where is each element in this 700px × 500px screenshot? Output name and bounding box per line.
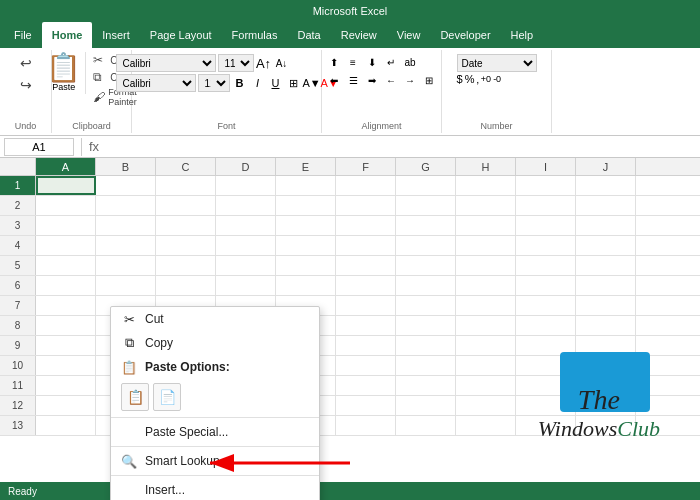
col-header-g[interactable]: G <box>396 158 456 175</box>
cell-a1[interactable] <box>36 176 96 195</box>
number-format-select[interactable]: Date <box>457 54 537 72</box>
comma-button[interactable]: ‚ <box>476 73 478 85</box>
cell-g1[interactable] <box>396 176 456 195</box>
tab-page-layout[interactable]: Page Layout <box>140 22 222 48</box>
cell-b1[interactable] <box>96 176 156 195</box>
font-group-label: Font <box>217 121 235 131</box>
formula-input[interactable] <box>103 141 696 153</box>
paste-button[interactable]: 📋 Paste <box>42 52 86 94</box>
increase-decimal-button[interactable]: +0 <box>481 74 491 84</box>
title-bar-title: Microsoft Excel <box>8 5 692 17</box>
font-size-select2[interactable]: 11 <box>198 74 230 92</box>
name-box[interactable] <box>4 138 74 156</box>
currency-button[interactable]: $ <box>457 73 463 85</box>
align-top-button[interactable]: ⬆ <box>325 54 343 70</box>
paste-opt-formatting-button[interactable]: 📄 <box>153 383 181 411</box>
tab-developer[interactable]: Developer <box>430 22 500 48</box>
tab-review[interactable]: Review <box>331 22 387 48</box>
table-row: 3 <box>0 216 700 236</box>
col-header-e[interactable]: E <box>276 158 336 175</box>
col-header-j[interactable]: J <box>576 158 636 175</box>
cell-h1[interactable] <box>456 176 516 195</box>
table-row: 4 <box>0 236 700 256</box>
undo-group-label: Undo <box>15 121 37 131</box>
col-header-h[interactable]: H <box>456 158 516 175</box>
bold-button[interactable]: B <box>232 75 248 91</box>
increase-font-button[interactable]: A↑ <box>256 55 272 71</box>
font-name-select2[interactable]: Calibri <box>116 74 196 92</box>
insert-ctx-icon <box>121 482 137 498</box>
align-left-button[interactable]: ⬅ <box>325 72 343 88</box>
border-button[interactable]: ⊞ <box>286 75 302 91</box>
tab-formulas[interactable]: Formulas <box>222 22 288 48</box>
table-row: 6 <box>0 276 700 296</box>
fx-label[interactable]: fx <box>89 139 99 154</box>
table-row: 2 <box>0 196 700 216</box>
indent-increase-button[interactable]: → <box>401 72 419 88</box>
title-bar: Microsoft Excel <box>0 0 700 22</box>
tab-insert[interactable]: Insert <box>92 22 140 48</box>
align-bottom-button[interactable]: ⬇ <box>363 54 381 70</box>
smart-lookup-icon: 🔍 <box>121 453 137 469</box>
cell-c1[interactable] <box>156 176 216 195</box>
row-num-8: 8 <box>0 316 36 335</box>
percent-button[interactable]: % <box>465 73 475 85</box>
alignment-group-label: Alignment <box>361 121 401 131</box>
clipboard-group-label: Clipboard <box>72 121 111 131</box>
context-menu-cut[interactable]: ✂ Cut <box>111 307 319 331</box>
tab-file[interactable]: File <box>4 22 42 48</box>
context-menu-paste-special[interactable]: Paste Special... <box>111 420 319 444</box>
align-right-button[interactable]: ➡ <box>363 72 381 88</box>
tab-view[interactable]: View <box>387 22 431 48</box>
col-header-c[interactable]: C <box>156 158 216 175</box>
paste-special-label: Paste Special... <box>145 425 309 439</box>
context-menu-copy[interactable]: ⧉ Copy <box>111 331 319 355</box>
row-num-10: 10 <box>0 356 36 375</box>
formula-bar: fx <box>0 136 700 158</box>
decrease-font-button[interactable]: A↓ <box>274 55 290 71</box>
fill-color-button[interactable]: A▼ <box>304 75 320 91</box>
col-header-b[interactable]: B <box>96 158 156 175</box>
cell-i1[interactable] <box>516 176 576 195</box>
undo-button[interactable]: ↩ <box>14 52 38 74</box>
paste-options-icon: 📋 <box>121 359 137 375</box>
row-num-3: 3 <box>0 216 36 235</box>
font-name-select[interactable]: Calibri <box>116 54 216 72</box>
tab-help[interactable]: Help <box>501 22 544 48</box>
cell-j1[interactable] <box>576 176 636 195</box>
tab-data[interactable]: Data <box>287 22 330 48</box>
status-ready: Ready <box>8 486 37 497</box>
main-area: A B C D E F G H I J 1 <box>0 158 700 482</box>
row-num-13: 13 <box>0 416 36 435</box>
cell-d1[interactable] <box>216 176 276 195</box>
cell-e1[interactable] <box>276 176 336 195</box>
col-header-d[interactable]: D <box>216 158 276 175</box>
cell-f1[interactable] <box>336 176 396 195</box>
ribbon-group-font: Calibri 11 A↑ A↓ Calibri 11 B I U ⊞ A <box>132 50 322 133</box>
align-center-button[interactable]: ☰ <box>344 72 362 88</box>
table-row: 5 <box>0 256 700 276</box>
col-header-f[interactable]: F <box>336 158 396 175</box>
watermark: The WindowsClub <box>538 384 660 442</box>
wrap-text-button[interactable]: ↵ <box>382 54 400 70</box>
italic-button[interactable]: I <box>250 75 266 91</box>
ribbon: ↩ ↪ Undo 📋 Paste ✂ Cut ⧉ <box>0 48 700 136</box>
col-header-i[interactable]: I <box>516 158 576 175</box>
indent-decrease-button[interactable]: ← <box>382 72 400 88</box>
table-row: 7 <box>0 296 700 316</box>
orientation-button[interactable]: ab <box>401 54 419 70</box>
paste-opt-values-button[interactable]: 📋 <box>121 383 149 411</box>
underline-button[interactable]: U <box>268 75 284 91</box>
merge-button[interactable]: ⊞ <box>420 72 438 88</box>
copy-icon: ⧉ <box>93 70 107 84</box>
number-group-label: Number <box>480 121 512 131</box>
cut-ctx-label: Cut <box>145 312 309 326</box>
arrow-annotation <box>200 443 360 486</box>
col-header-a[interactable]: A <box>36 158 96 175</box>
font-size-select[interactable]: 11 <box>218 54 254 72</box>
decrease-decimal-button[interactable]: -0 <box>493 74 501 84</box>
tab-home[interactable]: Home <box>42 22 93 48</box>
cut-ctx-icon: ✂ <box>121 311 137 327</box>
redo-button[interactable]: ↪ <box>14 74 38 96</box>
align-middle-button[interactable]: ≡ <box>344 54 362 70</box>
